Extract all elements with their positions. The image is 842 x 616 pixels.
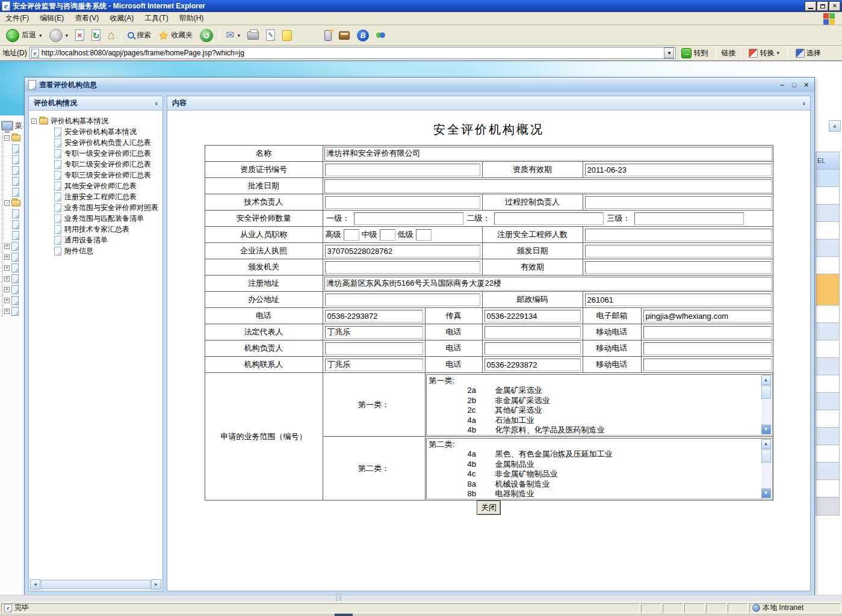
grid-row-highlighted[interactable]	[816, 274, 840, 306]
menu-tools[interactable]: 工具(T)	[139, 11, 173, 25]
grid-row[interactable]	[816, 306, 840, 323]
org-head-field[interactable]	[325, 342, 423, 355]
mail-button[interactable]: ✉ ▾	[222, 27, 244, 43]
grid-row[interactable]	[816, 323, 840, 340]
refresh-button[interactable]: ↻	[88, 28, 104, 43]
grid-row[interactable]	[816, 393, 840, 410]
scroll-up-button[interactable]: ▲	[829, 120, 841, 132]
issue-date-field[interactable]	[585, 245, 772, 257]
address-input[interactable]: e http://localhost:8080/aqpj/pages/frame…	[29, 47, 676, 59]
contact-phone-field[interactable]	[484, 359, 581, 371]
tree-node[interactable]: +	[4, 284, 24, 295]
sidebar-item-scope-assessor-map[interactable]: 业务范围与安全评价师对照表	[31, 202, 160, 213]
class1-scrollbar[interactable]: ▲ ▼	[761, 375, 772, 434]
tree-node[interactable]	[4, 165, 24, 176]
middle-field[interactable]	[380, 229, 395, 241]
grid-row[interactable]	[816, 239, 840, 257]
cert-no-field[interactable]	[325, 164, 480, 176]
close-form-button[interactable]: 关闭	[477, 500, 501, 515]
go-button[interactable]: → 转到	[678, 48, 711, 59]
menu-view[interactable]: 查看(V)	[69, 11, 104, 25]
org-head-phone-field[interactable]	[484, 342, 581, 355]
grid-row[interactable]	[816, 170, 840, 187]
messenger-button[interactable]	[373, 29, 389, 42]
license-field[interactable]	[325, 245, 480, 257]
select-button[interactable]: 选择	[793, 48, 824, 59]
resize-handle[interactable]	[336, 593, 338, 601]
contact-mobile-field[interactable]	[643, 359, 772, 371]
tree-node[interactable]: +	[4, 295, 24, 306]
grid-row[interactable]	[816, 375, 840, 393]
grid-row[interactable]	[816, 480, 840, 497]
scroll-left-button[interactable]: ◄	[30, 579, 40, 590]
collapse-panel-icon[interactable]: ‹	[155, 99, 158, 108]
search-button[interactable]: 搜索	[124, 28, 155, 42]
sidebar-item-level1-assessors[interactable]: 专职一级安全评价师汇总表	[31, 148, 160, 159]
tree-node[interactable]: -	[4, 197, 24, 208]
scrollbar-thumb[interactable]	[761, 386, 771, 399]
tree-node[interactable]	[4, 143, 24, 154]
scroll-up-button[interactable]: ▲	[761, 439, 771, 449]
grid-row[interactable]	[816, 410, 840, 428]
grid-row[interactable]	[816, 340, 840, 358]
tree-node[interactable]: -	[4, 132, 24, 143]
scrollbar-thumb[interactable]	[41, 580, 150, 589]
tree-node[interactable]	[4, 219, 24, 230]
class1-listbox[interactable]: 第一类: 2a金属矿采选业 2b非金属矿采选业 2c其他矿采选业 4a石油加工业…	[426, 374, 773, 436]
sidebar-item-scope-equipment[interactable]: 业务范围与匹配装备清单	[31, 213, 160, 224]
tree-node[interactable]	[4, 176, 24, 186]
sidebar-item-level2-assessors[interactable]: 专职二级安全评价师汇总表	[31, 159, 160, 170]
grid-row[interactable]	[816, 187, 840, 205]
tree-node[interactable]	[4, 154, 24, 165]
reg-addr-field[interactable]	[324, 277, 772, 291]
level1-field[interactable]	[354, 212, 463, 225]
reg-engineer-field[interactable]	[585, 229, 772, 241]
scroll-right-button[interactable]: ►	[151, 579, 161, 590]
name-field[interactable]	[324, 147, 772, 161]
approve-date-field[interactable]	[324, 179, 772, 193]
postcode-field[interactable]	[585, 294, 772, 306]
minimize-button[interactable]	[805, 2, 816, 11]
contact-field[interactable]	[325, 359, 423, 371]
issue-org-field[interactable]	[325, 261, 480, 274]
senior-field[interactable]	[344, 229, 359, 241]
modal-minimize-button[interactable]: –	[778, 81, 787, 89]
modal-maximize-button[interactable]: □	[790, 81, 799, 89]
mobile-favorites-button[interactable]: ★	[321, 28, 335, 43]
close-button[interactable]: ✕	[829, 2, 840, 11]
scroll-up-button[interactable]: ▲	[761, 375, 771, 385]
grid-row[interactable]	[816, 222, 840, 239]
tree-node[interactable]	[4, 230, 24, 241]
org-head-mobile-field[interactable]	[643, 342, 772, 355]
fax-field[interactable]	[484, 310, 581, 322]
back-button[interactable]: ← 后退 ▾	[2, 27, 46, 44]
tree-node[interactable]: +	[4, 251, 24, 262]
menu-edit[interactable]: 编辑(E)	[34, 11, 69, 25]
sidebar-item-general-equipment[interactable]: 通用设备清单	[31, 235, 160, 245]
edit-button[interactable]: ✎	[262, 28, 279, 43]
tree-node[interactable]: +	[4, 241, 24, 251]
menu-favorites[interactable]: 收藏(A)	[104, 11, 139, 25]
forward-button[interactable]: → ▾	[46, 27, 72, 44]
grid-row[interactable]	[816, 428, 840, 445]
grid-row[interactable]	[816, 358, 840, 375]
cert-valid-field[interactable]	[585, 164, 772, 176]
email-field[interactable]	[643, 310, 772, 322]
office-addr-field[interactable]	[325, 294, 480, 306]
sidebar-item-hired-experts[interactable]: 聘用技术专家汇总表	[31, 224, 160, 235]
sidebar-item-attachments[interactable]: 附件信息	[31, 245, 160, 256]
links-button[interactable]: 链接	[721, 48, 735, 58]
legal-rep-phone-field[interactable]	[484, 326, 581, 339]
sidebar-item-registered-engineers[interactable]: 注册安全工程师汇总表	[31, 191, 160, 202]
valid-period-field[interactable]	[585, 261, 772, 274]
legal-rep-field[interactable]	[325, 326, 423, 339]
menu-file[interactable]: 文件(F)	[0, 11, 34, 25]
sidebar-horizontal-scrollbar[interactable]: ◄ ►	[30, 579, 161, 590]
tree-node[interactable]: +	[4, 262, 24, 273]
address-dropdown-button[interactable]: ▾	[664, 48, 674, 58]
sidebar-item-level3-assessors[interactable]: 专职三级安全评价师汇总表	[31, 170, 160, 180]
junior-field[interactable]	[416, 229, 432, 241]
home-button[interactable]: ⌂	[104, 26, 119, 44]
grid-row[interactable]	[816, 205, 840, 222]
bluetooth-button[interactable]: B	[353, 28, 373, 43]
